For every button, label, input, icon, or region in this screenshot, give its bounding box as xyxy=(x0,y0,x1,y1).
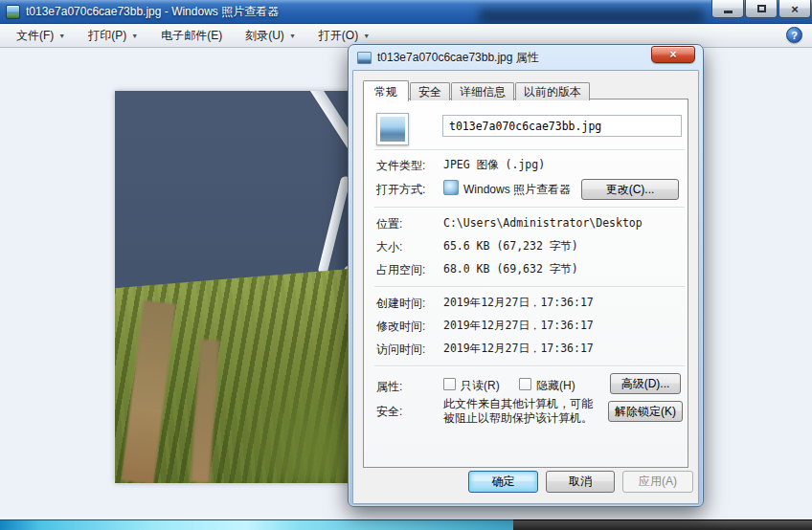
tab-general[interactable]: 常规 xyxy=(363,80,409,101)
security-label: 安全: xyxy=(376,404,402,420)
size-label: 大小: xyxy=(376,239,402,255)
ok-button[interactable]: 确定 xyxy=(468,471,538,493)
minimize-button[interactable] xyxy=(711,0,744,18)
menu-email-label: 电子邮件(E) xyxy=(161,28,222,44)
vineyard-rows xyxy=(115,269,350,483)
filename-input[interactable] xyxy=(442,115,682,137)
titlebar-reflection xyxy=(479,9,704,24)
chevron-down-icon: ▼ xyxy=(289,33,296,39)
divider xyxy=(374,149,685,151)
close-icon: × xyxy=(791,3,799,15)
file-thumbnail-icon xyxy=(376,113,409,145)
properties-dialog: t013e7a070c6cae73bb.jpg 属性 × 常规 安全 详细信息 … xyxy=(348,44,704,507)
change-button[interactable]: 更改(C)... xyxy=(581,179,679,200)
chevron-down-icon: ▼ xyxy=(131,33,138,39)
soil-path xyxy=(191,339,219,483)
hidden-label: 隐藏(H) xyxy=(536,378,575,394)
advanced-button[interactable]: 高级(D)... xyxy=(610,373,681,394)
menu-file-label: 文件(F) xyxy=(16,28,54,44)
close-icon: × xyxy=(669,48,676,61)
image-file-icon xyxy=(357,52,372,64)
size-on-disk-value: 68.0 KB (69,632 字节) xyxy=(443,262,578,276)
cancel-button[interactable]: 取消 xyxy=(546,471,615,493)
dialog-title: t013e7a070c6cae73bb.jpg 属性 xyxy=(377,50,539,66)
hidden-checkbox[interactable] xyxy=(519,378,531,390)
location-value: C:\Users\Administrator\Desktop xyxy=(443,216,643,230)
dialog-close-button[interactable]: × xyxy=(651,46,695,63)
created-label: 创建时间: xyxy=(376,296,425,312)
dialog-titlebar: t013e7a070c6cae73bb.jpg 属性 × xyxy=(349,45,703,70)
accessed-label: 访问时间: xyxy=(376,342,425,358)
divider xyxy=(374,286,685,288)
tab-details[interactable]: 详细信息 xyxy=(451,82,514,100)
menu-file[interactable]: 文件(F) ▼ xyxy=(10,25,72,47)
tab-security[interactable]: 安全 xyxy=(410,82,450,100)
chevron-down-icon: ▼ xyxy=(58,33,65,39)
soil-path xyxy=(122,300,176,483)
modified-label: 修改时间: xyxy=(376,319,425,335)
photo-viewer-app-icon xyxy=(443,180,459,195)
size-value: 65.6 KB (67,232 字节) xyxy=(443,239,578,254)
location-label: 位置: xyxy=(376,216,402,232)
security-warning-text: 此文件来自其他计算机，可能 被阻止以帮助保护该计算机。 xyxy=(443,397,593,426)
maximize-icon xyxy=(757,5,766,12)
menu-burn-label: 刻录(U) xyxy=(245,28,284,44)
unblock-button[interactable]: 解除锁定(K) xyxy=(608,401,683,422)
dialog-body: 常规 安全 详细信息 以前的版本 文件类型: JPEG 图像 (.jpg) 打开… xyxy=(352,70,699,504)
foreground-blur xyxy=(216,340,350,483)
security-line2: 被阻止以帮助保护该计算机。 xyxy=(443,411,593,426)
minimize-icon xyxy=(724,11,733,13)
photo-wind-turbine-vineyard xyxy=(115,91,350,483)
thumbnail-image xyxy=(380,117,405,142)
created-value: 2019年12月27日，17:36:17 xyxy=(443,296,594,310)
readonly-checkbox[interactable] xyxy=(443,378,456,390)
viewer-titlebar: t013e7a070c6cae73bb.jpg - Windows 照片查看器 … xyxy=(0,0,812,24)
help-icon[interactable]: ? xyxy=(786,27,802,43)
modified-value: 2019年12月27日，17:36:17 xyxy=(443,319,594,333)
menu-burn[interactable]: 刻录(U) ▼ xyxy=(238,25,303,47)
tab-strip: 常规 安全 详细信息 以前的版本 xyxy=(363,77,591,100)
file-type-label: 文件类型: xyxy=(376,158,425,174)
general-tab-page: 文件类型: JPEG 图像 (.jpg) 打开方式: Windows 照片查看器… xyxy=(363,99,688,468)
taskbar-fragment xyxy=(513,519,812,530)
file-type-value: JPEG 图像 (.jpg) xyxy=(443,158,545,172)
photo-viewer-icon xyxy=(6,5,20,19)
turbine-blade xyxy=(304,91,350,175)
glass-glow-strip xyxy=(0,519,513,530)
tab-previous-versions[interactable]: 以前的版本 xyxy=(515,82,590,100)
window-controls: × xyxy=(710,0,811,18)
size-on-disk-label: 占用空间: xyxy=(376,262,425,278)
open-with-value: Windows 照片查看器 xyxy=(463,182,571,198)
menu-open-label: 打开(O) xyxy=(319,28,358,44)
divider xyxy=(374,365,685,367)
turbine-blade xyxy=(317,175,350,275)
accessed-value: 2019年12月27日，17:36:17 xyxy=(443,342,594,356)
chevron-down-icon: ▼ xyxy=(363,33,370,39)
security-line1: 此文件来自其他计算机，可能 xyxy=(443,397,593,411)
menu-print-label: 打印(P) xyxy=(88,28,126,44)
window-title: t013e7a070c6cae73bb.jpg - Windows 照片查看器 xyxy=(26,0,279,24)
photo-viewer-window: t013e7a070c6cae73bb.jpg - Windows 照片查看器 … xyxy=(0,0,812,530)
attributes-label: 属性: xyxy=(376,379,402,395)
window-bottom-edge xyxy=(0,519,812,530)
close-button[interactable]: × xyxy=(778,0,811,18)
open-with-label: 打开方式: xyxy=(376,182,425,198)
maximize-button[interactable] xyxy=(745,0,778,18)
divider xyxy=(374,207,685,209)
readonly-label: 只读(R) xyxy=(461,378,500,394)
menu-email[interactable]: 电子邮件(E) xyxy=(154,25,229,47)
menu-print[interactable]: 打印(P) ▼ xyxy=(81,25,145,47)
apply-button: 应用(A) xyxy=(622,471,693,493)
